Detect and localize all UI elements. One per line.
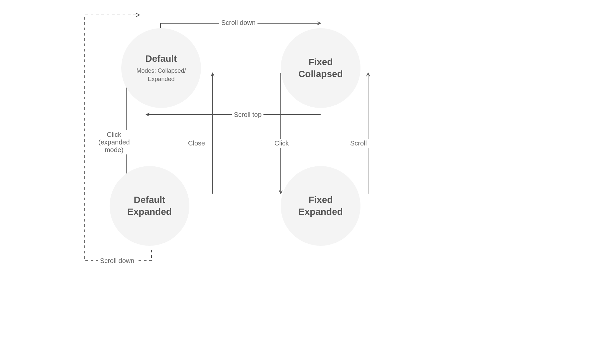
label-scroll-down-dashed: Scroll down (98, 256, 136, 265)
state-diagram: Default Modes: Collapsed/ Expanded Fixed… (0, 0, 606, 364)
label-click: Click (272, 139, 291, 148)
node-default: Default Modes: Collapsed/ Expanded (121, 28, 201, 108)
node-default-expanded-title: Default Expanded (127, 194, 172, 218)
label-scroll: Scroll (348, 139, 369, 148)
label-scroll-down: Scroll down (219, 18, 257, 27)
node-fixed-expanded: Fixed Expanded (281, 166, 360, 246)
label-scroll-top: Scroll top (232, 110, 263, 119)
node-fixed-expanded-title: Fixed Expanded (298, 194, 343, 218)
node-fixed-collapsed-title: Fixed Collapsed (298, 56, 343, 80)
node-fixed-collapsed: Fixed Collapsed (281, 28, 360, 108)
node-default-title: Default (146, 53, 177, 65)
label-close: Close (186, 139, 207, 148)
node-default-expanded: Default Expanded (110, 166, 189, 246)
node-default-subtitle: Modes: Collapsed/ Expanded (136, 67, 186, 83)
label-click-expanded-mode: Click (expanded mode) (96, 130, 132, 154)
